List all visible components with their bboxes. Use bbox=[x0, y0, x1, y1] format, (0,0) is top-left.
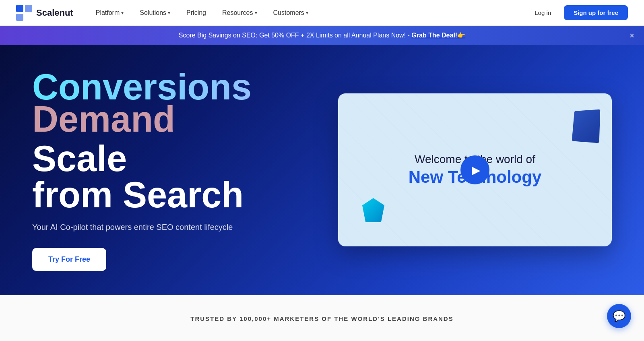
logo-icon bbox=[16, 5, 32, 21]
promo-text: Score Big Savings on SEO: Get 50% OFF + … bbox=[179, 32, 465, 39]
nav-right: Log in Sign up for free bbox=[528, 5, 628, 20]
chat-icon: 💬 bbox=[613, 310, 625, 322]
signup-button[interactable]: Sign up for free bbox=[564, 5, 628, 20]
hero-left: Conversions Demand Scale from Search You… bbox=[32, 69, 306, 271]
nav-pricing[interactable]: Pricing bbox=[180, 6, 213, 20]
nav-solutions[interactable]: Solutions ▾ bbox=[133, 6, 177, 20]
promo-banner: Score Big Savings on SEO: Get 50% OFF + … bbox=[0, 26, 644, 45]
svg-rect-2 bbox=[16, 14, 23, 21]
nav-resources[interactable]: Resources ▾ bbox=[216, 6, 263, 20]
hero-animated-line2: Demand bbox=[32, 101, 306, 137]
trusted-label: TRUSTED BY 100,000+ MARKETERS OF THE WOR… bbox=[32, 315, 612, 322]
nav-platform[interactable]: Platform ▾ bbox=[89, 6, 130, 20]
logo-link[interactable]: Scalenut bbox=[16, 5, 73, 21]
nav-items: Platform ▾ Solutions ▾ Pricing Resources… bbox=[89, 6, 528, 20]
try-free-button[interactable]: Try For Free bbox=[32, 248, 106, 271]
nav-customers[interactable]: Customers ▾ bbox=[267, 6, 315, 20]
platform-chevron-icon: ▾ bbox=[121, 10, 124, 16]
play-button[interactable]: ▶ bbox=[460, 155, 489, 184]
svg-rect-1 bbox=[25, 5, 32, 12]
play-icon: ▶ bbox=[472, 163, 481, 177]
hero-main-title: Scale from Search bbox=[32, 141, 306, 213]
chat-button[interactable]: 💬 bbox=[607, 304, 631, 328]
navbar: Scalenut Platform ▾ Solutions ▾ Pricing … bbox=[0, 0, 644, 26]
solutions-chevron-icon: ▾ bbox=[168, 10, 170, 16]
hero-right: Welcome to the world of New Technology ▶ bbox=[306, 93, 612, 246]
customers-chevron-icon: ▾ bbox=[306, 10, 308, 16]
hero-section: Conversions Demand Scale from Search You… bbox=[0, 45, 644, 295]
promo-close-button[interactable]: × bbox=[630, 31, 634, 40]
hero-subtitle: Your AI Co-pilot that powers entire SEO … bbox=[32, 223, 258, 232]
video-card: Welcome to the world of New Technology ▶ bbox=[338, 93, 612, 246]
promo-deal-link[interactable]: Grab The Deal!👉 bbox=[411, 32, 465, 39]
resources-chevron-icon: ▾ bbox=[255, 10, 257, 16]
login-button[interactable]: Log in bbox=[528, 6, 557, 19]
svg-rect-0 bbox=[16, 5, 23, 12]
logo-text: Scalenut bbox=[36, 8, 73, 18]
trusted-section: TRUSTED BY 100,000+ MARKETERS OF THE WOR… bbox=[0, 295, 644, 341]
